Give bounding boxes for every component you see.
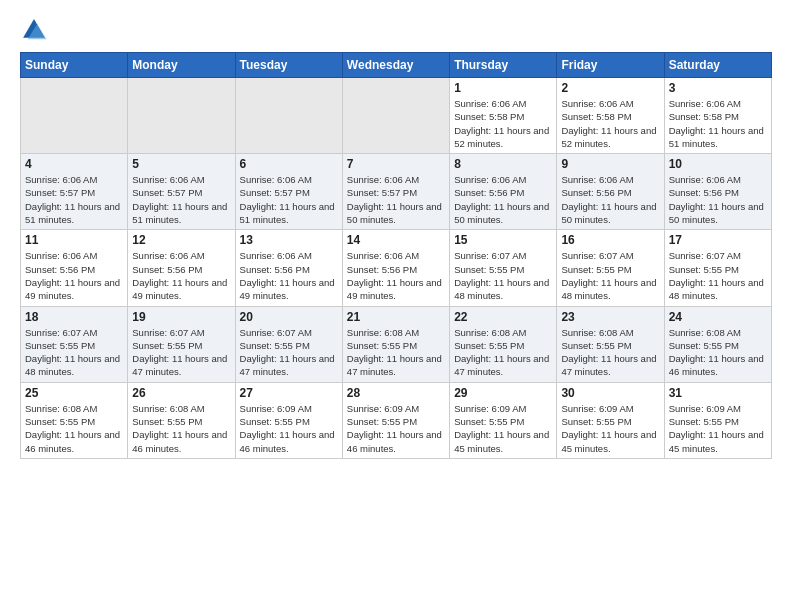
- day-number: 16: [561, 233, 659, 247]
- week-row-4: 18Sunrise: 6:07 AMSunset: 5:55 PMDayligh…: [21, 306, 772, 382]
- day-cell-23: 23Sunrise: 6:08 AMSunset: 5:55 PMDayligh…: [557, 306, 664, 382]
- day-info: Sunrise: 6:07 AMSunset: 5:55 PMDaylight:…: [132, 326, 230, 379]
- day-cell-21: 21Sunrise: 6:08 AMSunset: 5:55 PMDayligh…: [342, 306, 449, 382]
- day-number: 13: [240, 233, 338, 247]
- day-number: 7: [347, 157, 445, 171]
- empty-cell: [21, 78, 128, 154]
- day-cell-1: 1Sunrise: 6:06 AMSunset: 5:58 PMDaylight…: [450, 78, 557, 154]
- weekday-header-thursday: Thursday: [450, 53, 557, 78]
- weekday-header-sunday: Sunday: [21, 53, 128, 78]
- day-number: 24: [669, 310, 767, 324]
- day-number: 23: [561, 310, 659, 324]
- day-cell-20: 20Sunrise: 6:07 AMSunset: 5:55 PMDayligh…: [235, 306, 342, 382]
- day-number: 19: [132, 310, 230, 324]
- day-info: Sunrise: 6:06 AMSunset: 5:56 PMDaylight:…: [25, 249, 123, 302]
- day-cell-30: 30Sunrise: 6:09 AMSunset: 5:55 PMDayligh…: [557, 382, 664, 458]
- day-number: 17: [669, 233, 767, 247]
- page: SundayMondayTuesdayWednesdayThursdayFrid…: [0, 0, 792, 612]
- day-info: Sunrise: 6:09 AMSunset: 5:55 PMDaylight:…: [561, 402, 659, 455]
- weekday-header-row: SundayMondayTuesdayWednesdayThursdayFrid…: [21, 53, 772, 78]
- day-info: Sunrise: 6:09 AMSunset: 5:55 PMDaylight:…: [454, 402, 552, 455]
- day-info: Sunrise: 6:06 AMSunset: 5:56 PMDaylight:…: [561, 173, 659, 226]
- day-cell-5: 5Sunrise: 6:06 AMSunset: 5:57 PMDaylight…: [128, 154, 235, 230]
- day-number: 8: [454, 157, 552, 171]
- day-cell-24: 24Sunrise: 6:08 AMSunset: 5:55 PMDayligh…: [664, 306, 771, 382]
- day-number: 9: [561, 157, 659, 171]
- day-cell-12: 12Sunrise: 6:06 AMSunset: 5:56 PMDayligh…: [128, 230, 235, 306]
- day-cell-13: 13Sunrise: 6:06 AMSunset: 5:56 PMDayligh…: [235, 230, 342, 306]
- empty-cell: [128, 78, 235, 154]
- day-cell-31: 31Sunrise: 6:09 AMSunset: 5:55 PMDayligh…: [664, 382, 771, 458]
- day-cell-3: 3Sunrise: 6:06 AMSunset: 5:58 PMDaylight…: [664, 78, 771, 154]
- day-info: Sunrise: 6:08 AMSunset: 5:55 PMDaylight:…: [669, 326, 767, 379]
- day-cell-6: 6Sunrise: 6:06 AMSunset: 5:57 PMDaylight…: [235, 154, 342, 230]
- day-cell-11: 11Sunrise: 6:06 AMSunset: 5:56 PMDayligh…: [21, 230, 128, 306]
- day-info: Sunrise: 6:06 AMSunset: 5:56 PMDaylight:…: [347, 249, 445, 302]
- weekday-header-monday: Monday: [128, 53, 235, 78]
- day-cell-19: 19Sunrise: 6:07 AMSunset: 5:55 PMDayligh…: [128, 306, 235, 382]
- day-cell-25: 25Sunrise: 6:08 AMSunset: 5:55 PMDayligh…: [21, 382, 128, 458]
- day-cell-28: 28Sunrise: 6:09 AMSunset: 5:55 PMDayligh…: [342, 382, 449, 458]
- day-info: Sunrise: 6:08 AMSunset: 5:55 PMDaylight:…: [132, 402, 230, 455]
- day-info: Sunrise: 6:06 AMSunset: 5:58 PMDaylight:…: [561, 97, 659, 150]
- day-cell-27: 27Sunrise: 6:09 AMSunset: 5:55 PMDayligh…: [235, 382, 342, 458]
- calendar: SundayMondayTuesdayWednesdayThursdayFrid…: [20, 52, 772, 459]
- day-number: 4: [25, 157, 123, 171]
- day-info: Sunrise: 6:07 AMSunset: 5:55 PMDaylight:…: [669, 249, 767, 302]
- day-info: Sunrise: 6:06 AMSunset: 5:57 PMDaylight:…: [25, 173, 123, 226]
- day-cell-29: 29Sunrise: 6:09 AMSunset: 5:55 PMDayligh…: [450, 382, 557, 458]
- logo: [20, 16, 52, 44]
- day-info: Sunrise: 6:06 AMSunset: 5:56 PMDaylight:…: [454, 173, 552, 226]
- day-info: Sunrise: 6:07 AMSunset: 5:55 PMDaylight:…: [240, 326, 338, 379]
- day-cell-8: 8Sunrise: 6:06 AMSunset: 5:56 PMDaylight…: [450, 154, 557, 230]
- day-number: 14: [347, 233, 445, 247]
- day-info: Sunrise: 6:06 AMSunset: 5:56 PMDaylight:…: [669, 173, 767, 226]
- day-number: 12: [132, 233, 230, 247]
- day-number: 30: [561, 386, 659, 400]
- day-number: 6: [240, 157, 338, 171]
- weekday-header-tuesday: Tuesday: [235, 53, 342, 78]
- day-info: Sunrise: 6:08 AMSunset: 5:55 PMDaylight:…: [347, 326, 445, 379]
- day-number: 15: [454, 233, 552, 247]
- day-cell-22: 22Sunrise: 6:08 AMSunset: 5:55 PMDayligh…: [450, 306, 557, 382]
- day-number: 2: [561, 81, 659, 95]
- day-number: 5: [132, 157, 230, 171]
- day-info: Sunrise: 6:08 AMSunset: 5:55 PMDaylight:…: [25, 402, 123, 455]
- day-cell-15: 15Sunrise: 6:07 AMSunset: 5:55 PMDayligh…: [450, 230, 557, 306]
- logo-icon: [20, 16, 48, 44]
- day-info: Sunrise: 6:08 AMSunset: 5:55 PMDaylight:…: [561, 326, 659, 379]
- day-info: Sunrise: 6:09 AMSunset: 5:55 PMDaylight:…: [240, 402, 338, 455]
- day-number: 27: [240, 386, 338, 400]
- day-number: 31: [669, 386, 767, 400]
- day-cell-26: 26Sunrise: 6:08 AMSunset: 5:55 PMDayligh…: [128, 382, 235, 458]
- day-cell-2: 2Sunrise: 6:06 AMSunset: 5:58 PMDaylight…: [557, 78, 664, 154]
- day-number: 22: [454, 310, 552, 324]
- day-info: Sunrise: 6:09 AMSunset: 5:55 PMDaylight:…: [347, 402, 445, 455]
- day-info: Sunrise: 6:08 AMSunset: 5:55 PMDaylight:…: [454, 326, 552, 379]
- day-info: Sunrise: 6:07 AMSunset: 5:55 PMDaylight:…: [25, 326, 123, 379]
- day-number: 29: [454, 386, 552, 400]
- day-info: Sunrise: 6:06 AMSunset: 5:57 PMDaylight:…: [347, 173, 445, 226]
- empty-cell: [235, 78, 342, 154]
- day-number: 10: [669, 157, 767, 171]
- header: [20, 16, 772, 44]
- day-number: 3: [669, 81, 767, 95]
- day-cell-18: 18Sunrise: 6:07 AMSunset: 5:55 PMDayligh…: [21, 306, 128, 382]
- day-info: Sunrise: 6:07 AMSunset: 5:55 PMDaylight:…: [454, 249, 552, 302]
- weekday-header-wednesday: Wednesday: [342, 53, 449, 78]
- day-info: Sunrise: 6:06 AMSunset: 5:57 PMDaylight:…: [240, 173, 338, 226]
- day-info: Sunrise: 6:06 AMSunset: 5:57 PMDaylight:…: [132, 173, 230, 226]
- empty-cell: [342, 78, 449, 154]
- week-row-1: 1Sunrise: 6:06 AMSunset: 5:58 PMDaylight…: [21, 78, 772, 154]
- day-info: Sunrise: 6:07 AMSunset: 5:55 PMDaylight:…: [561, 249, 659, 302]
- weekday-header-saturday: Saturday: [664, 53, 771, 78]
- day-cell-7: 7Sunrise: 6:06 AMSunset: 5:57 PMDaylight…: [342, 154, 449, 230]
- day-number: 1: [454, 81, 552, 95]
- day-number: 26: [132, 386, 230, 400]
- day-number: 21: [347, 310, 445, 324]
- day-cell-14: 14Sunrise: 6:06 AMSunset: 5:56 PMDayligh…: [342, 230, 449, 306]
- day-info: Sunrise: 6:06 AMSunset: 5:58 PMDaylight:…: [669, 97, 767, 150]
- day-number: 20: [240, 310, 338, 324]
- day-info: Sunrise: 6:06 AMSunset: 5:58 PMDaylight:…: [454, 97, 552, 150]
- day-cell-16: 16Sunrise: 6:07 AMSunset: 5:55 PMDayligh…: [557, 230, 664, 306]
